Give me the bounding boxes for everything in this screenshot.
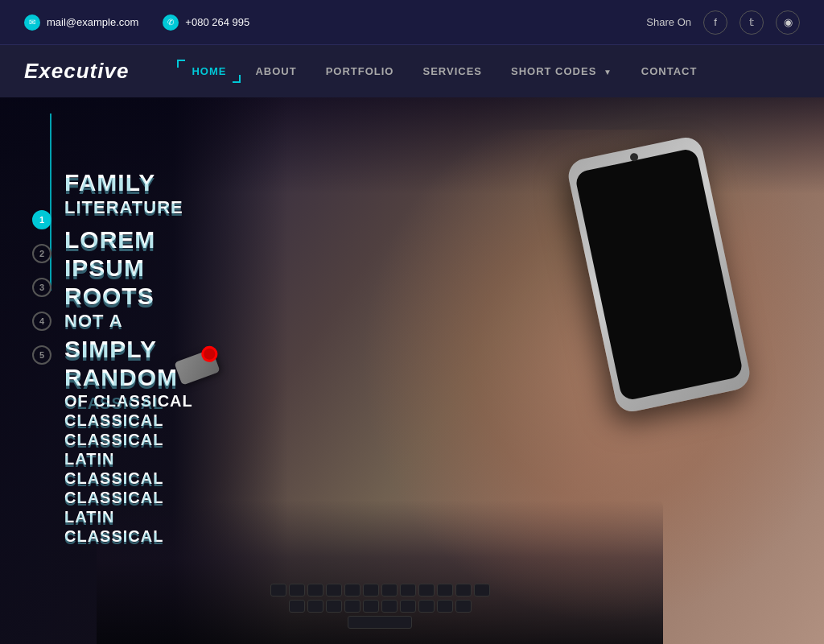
line-group-10: CLASSICAL CLASSICAL [64, 412, 274, 431]
key [289, 584, 305, 597]
navbar: Executive HOME ABOUT PORTFOLIO SERVICES … [0, 45, 824, 97]
key [326, 584, 342, 597]
bullet-1[interactable]: 1 [32, 210, 52, 229]
line-group-7: SIMPLY SIMPLY [64, 336, 274, 365]
line-group-4: IPSUM IPSUM [64, 255, 274, 283]
line-group-1: FAMILY FAMILY [64, 170, 274, 198]
email-text: mail@example.com [47, 16, 138, 28]
bullet-5[interactable]: 5 [32, 345, 52, 365]
bullet-dot-2[interactable]: 2 [32, 244, 52, 263]
bullet-navigation[interactable]: 1 2 3 4 5 [32, 210, 52, 365]
share-on-label: Share On [646, 16, 691, 28]
dribbble-icon[interactable]: ◉ [776, 10, 800, 35]
nav-home[interactable]: HOME [177, 47, 241, 95]
hero-slide-text: FAMILY FAMILY LITERATURE LITERATURE LORE… [64, 170, 274, 547]
phone-contact: ✆ +080 264 995 [163, 14, 249, 31]
line-group-6: NOT A NOT A [64, 312, 274, 332]
line-group-14: CLASSICAL CLASSICAL [64, 489, 274, 509]
line-group-13: CLASSICAL CLASSICAL [64, 470, 274, 489]
slide-line-latin1-b: LATIN [64, 453, 274, 470]
line-group-11: CLASSICAL CLASSICAL [64, 431, 274, 451]
line-group-9: OF CLASSICAL CLASSICAL [64, 393, 274, 412]
slide-line-classical2-b: CLASSICAL [64, 434, 274, 451]
line-group-2: LITERATURE LITERATURE [64, 198, 274, 219]
phone-icon: ✆ [163, 14, 179, 31]
bullet-dot-3[interactable]: 3 [32, 278, 52, 297]
nav-portfolio[interactable]: PORTFOLIO [311, 47, 409, 95]
email-contact: ✉ mail@example.com [24, 14, 138, 31]
line-group-8: RANDOM RANDOM [64, 365, 274, 393]
facebook-icon[interactable]: f [703, 10, 727, 35]
slide-line-classical1-b: CLASSICAL [64, 415, 274, 431]
slide-line-classical3-b: CLASSICAL [64, 473, 274, 489]
slide-line-lorem-b: LOREM [64, 230, 274, 256]
line-group-15: LATIN LATIN [64, 509, 274, 528]
nav-links: HOME ABOUT PORTFOLIO SERVICES SHORT CODE… [177, 47, 711, 95]
key [270, 584, 286, 597]
email-icon: ✉ [24, 14, 40, 31]
topbar-contact-info: ✉ mail@example.com ✆ +080 264 995 [24, 14, 249, 31]
bullet-4[interactable]: 4 [32, 312, 52, 331]
slide-line-simply-b: SIMPLY [64, 340, 274, 365]
line-group-3: LOREM LOREM [64, 227, 274, 255]
slide-line-nota-b: NOT A [64, 314, 274, 332]
slide-line-roots-b: ROOTS [64, 287, 274, 312]
phone-text: +080 264 995 [185, 16, 249, 28]
key [289, 600, 305, 613]
twitter-icon[interactable]: 𝕥 [740, 10, 764, 35]
slide-line-classical4-b: CLASSICAL [64, 492, 274, 509]
line-group-5: ROOTS ROOTS [64, 283, 274, 312]
line-group-16: CLASSICAL CLASSICAL [64, 528, 274, 547]
key [307, 600, 323, 613]
slide-line-latin2-b: LATIN [64, 511, 274, 528]
bullet-dot-4[interactable]: 4 [32, 312, 52, 331]
slide-lines: FAMILY FAMILY LITERATURE LITERATURE LORE… [64, 170, 274, 547]
nav-about[interactable]: ABOUT [241, 47, 311, 95]
key [326, 600, 342, 613]
bullet-3[interactable]: 3 [32, 278, 52, 297]
nav-contact[interactable]: CONTACT [627, 47, 712, 95]
bullet-dot-5[interactable]: 5 [32, 345, 52, 365]
short-codes-dropdown-arrow: ▼ [604, 68, 612, 76]
bullet-2[interactable]: 2 [32, 244, 52, 263]
slide-line-family-b: FAMILY [64, 173, 274, 199]
topbar: ✉ mail@example.com ✆ +080 264 995 Share … [0, 0, 824, 44]
slide-line-classical5-b: CLASSICAL [64, 530, 274, 547]
hero-section: 1 2 3 4 5 FAMILY FAMILY LITERATURE LITER… [0, 97, 824, 644]
line-group-12: LATIN LATIN [64, 451, 274, 470]
key [307, 584, 323, 597]
nav-services[interactable]: SERVICES [408, 47, 496, 95]
slide-line-ipsum-b: IPSUM [64, 258, 274, 284]
bullet-dot-1[interactable]: 1 [32, 210, 52, 229]
brand-logo[interactable]: Executive [24, 59, 129, 84]
slide-line-literature-b: LITERATURE [64, 200, 274, 219]
nav-short-codes[interactable]: SHORT CODES ▼ [496, 47, 627, 95]
slide-line-random-b: RANDOM [64, 368, 274, 394]
topbar-social: Share On f 𝕥 ◉ [646, 10, 800, 35]
